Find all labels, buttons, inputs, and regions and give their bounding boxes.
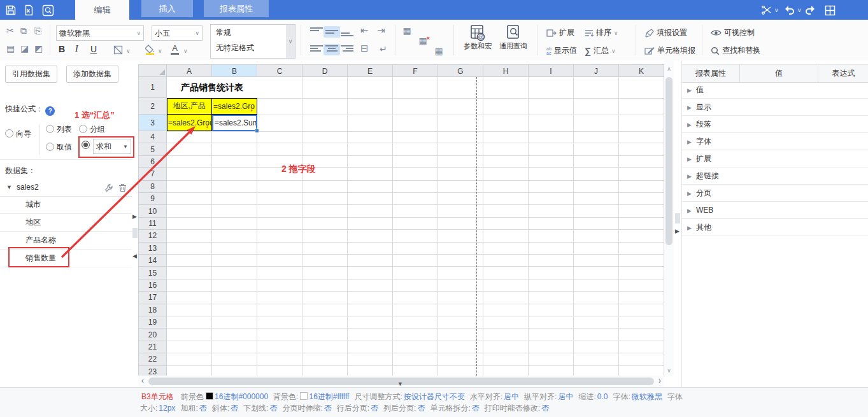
radio-value[interactable]: 取值 [46, 142, 72, 153]
column-header-A[interactable]: A [167, 64, 212, 77]
row-header-20[interactable]: 20 [138, 329, 167, 341]
property-section[interactable]: ▶分页 [682, 185, 868, 202]
row-header-16[interactable]: 16 [138, 279, 167, 292]
splitter-handle[interactable] [675, 213, 680, 223]
column-header-F[interactable]: F [393, 64, 438, 77]
radio-summary[interactable] [82, 141, 92, 150]
insert-row-icon[interactable]: ▦ [401, 25, 413, 36]
row-header-22[interactable]: 22 [138, 353, 167, 365]
property-section[interactable]: ▶扩展 [682, 150, 868, 167]
cell-grid[interactable]: 产品销售统计表 地区,产品 =sales2.Gro ↓ =sales2.Grou… [167, 77, 664, 376]
row-header-9[interactable]: 9 [138, 193, 167, 205]
chevron-down-icon[interactable]: ∨ [774, 7, 779, 13]
dataset-sales2-row[interactable]: ▼ sales2 [0, 180, 132, 197]
clear-format-icon[interactable]: ◩ [34, 43, 43, 53]
collapse-statusbar-icon[interactable]: ▼ [397, 381, 403, 387]
collapse-right-icon[interactable]: ▶ [132, 213, 137, 220]
column-header-E[interactable]: E [348, 64, 393, 77]
font-name-select[interactable]: 微软雅黑∨ [56, 25, 144, 41]
add-dataset-button[interactable]: 添加数据集 [66, 66, 118, 83]
scroll-right-icon[interactable]: › [655, 376, 664, 387]
paste-icon[interactable]: ⎘ [34, 25, 41, 36]
copy-icon[interactable]: ⧉ [20, 25, 27, 36]
tab-edit[interactable]: 编辑 [75, 0, 129, 20]
chevron-down-icon[interactable]: ∨ [158, 48, 162, 54]
merge-cells-icon[interactable]: ⊟ [360, 43, 369, 53]
halign-center-button[interactable] [324, 44, 340, 55]
style-none[interactable]: 无特定格式 [211, 40, 295, 55]
sort-button[interactable]: 排序∨ [585, 27, 618, 38]
dataset-field[interactable]: 城市 [0, 196, 132, 214]
row-header-13[interactable]: 13 [138, 243, 167, 255]
property-section[interactable]: ▶WEB [682, 202, 868, 219]
fill-settings-button[interactable]: 填报设置 [644, 27, 687, 38]
cell-style-gallery[interactable]: 常规 无特定格式 ∨ [210, 24, 295, 59]
cell-A3[interactable]: =sales2.Grou [167, 115, 212, 131]
reference-dataset-button[interactable]: 引用数据集 [5, 66, 57, 83]
row-header-21[interactable]: 21 [138, 341, 167, 353]
property-section[interactable]: ▶值 [682, 81, 868, 99]
collapse-right-icon[interactable]: ▶ [675, 228, 679, 234]
halign-left-button[interactable] [308, 44, 325, 55]
valign-top-button[interactable] [308, 26, 325, 38]
select-all-corner[interactable] [138, 64, 167, 77]
row-header-18[interactable]: 18 [138, 304, 167, 316]
row-header-7[interactable]: 7 [138, 168, 167, 180]
help-icon[interactable]: ? [45, 106, 55, 116]
halign-right-button[interactable] [339, 44, 355, 55]
row-header-5[interactable]: 5 [138, 143, 167, 155]
redo-button[interactable] [804, 3, 818, 17]
property-section[interactable]: ▶字体 [682, 133, 868, 150]
vertical-scrollbar[interactable]: ∧ ∨ [664, 60, 674, 376]
general-query-button[interactable]: 通用查询 [498, 25, 529, 51]
property-section[interactable]: ▶超链接 [682, 167, 868, 185]
scroll-up-icon[interactable]: ∧ [664, 64, 674, 73]
dataset-field[interactable]: 销售数量 [0, 250, 132, 267]
row-header-6[interactable]: 6 [138, 156, 167, 168]
column-header-C[interactable]: C [257, 64, 302, 77]
row-header-8[interactable]: 8 [138, 181, 167, 193]
switch-layout-button[interactable] [823, 3, 837, 17]
scroll-left-icon[interactable]: ‹ [138, 376, 147, 387]
scroll-down-icon[interactable]: ∨ [664, 366, 674, 375]
style-normal[interactable]: 常规 [211, 25, 295, 40]
right-splitter[interactable]: ▶ [674, 60, 681, 387]
row-header-10[interactable]: 10 [138, 205, 167, 217]
visual-control-button[interactable]: 可视控制 [711, 27, 755, 38]
property-section[interactable]: ▶段落 [682, 116, 868, 133]
cut-icon[interactable]: ✂ [6, 25, 14, 36]
undo-button[interactable] [782, 3, 796, 17]
summary-type-select[interactable]: 求和▼ [93, 139, 131, 154]
underline-button[interactable]: U [90, 44, 97, 54]
dataset-field[interactable]: 产品名称 [0, 232, 132, 250]
splitter-handle[interactable] [132, 228, 138, 238]
column-header-G[interactable]: G [438, 64, 483, 77]
row-header-15[interactable]: 15 [138, 267, 167, 279]
eraser-icon[interactable]: ◪ [20, 43, 29, 53]
row-header-17[interactable]: 17 [138, 292, 167, 304]
chevron-down-icon[interactable]: ∨ [183, 48, 188, 54]
radio-wizard[interactable]: 向导 [5, 129, 31, 139]
export-excel-button[interactable] [22, 3, 36, 17]
parameters-macros-button[interactable]: @ 参数和宏 [462, 25, 493, 51]
row-header-11[interactable]: 11 [138, 218, 167, 230]
column-header-J[interactable]: J [574, 64, 619, 77]
cell-A1-title[interactable]: 产品销售统计表 [167, 77, 257, 98]
save-button[interactable] [4, 3, 18, 17]
cell-B3-selected[interactable]: =sales2.Sum [212, 115, 257, 131]
gallery-scroll[interactable]: ∨ [286, 25, 295, 58]
format-painter-icon[interactable]: ▤ [6, 43, 15, 53]
collapse-left-icon[interactable]: ◀ [132, 253, 137, 259]
column-header-I[interactable]: I [529, 64, 574, 77]
row-header-19[interactable]: 19 [138, 316, 167, 329]
dataset-field[interactable]: 地区 [0, 214, 132, 232]
chevron-down-icon[interactable]: ∨ [797, 7, 802, 13]
radio-list[interactable]: 列表 [46, 124, 72, 135]
wrap-text-icon[interactable]: ↵ [380, 44, 387, 54]
delete-row-icon[interactable]: ▦× [417, 36, 429, 46]
cell-B2[interactable]: =sales2.Gro [212, 98, 257, 115]
summary-button[interactable]: ∑ 汇总∨ [585, 45, 616, 56]
decrease-indent-icon[interactable]: ⇤ [360, 25, 369, 36]
border-button[interactable] [113, 45, 123, 55]
font-size-select[interactable]: 小五∨ [152, 25, 203, 41]
